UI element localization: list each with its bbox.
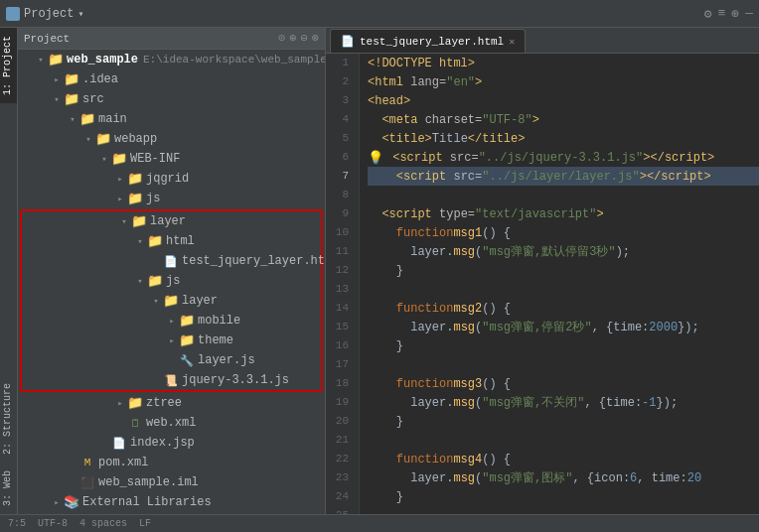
- folder-icon-theme: 📁: [179, 332, 195, 348]
- tree-header: Project ⊙ ⊕ ⊖ ⊗: [18, 28, 325, 50]
- settings-icon[interactable]: ⚙: [704, 6, 712, 22]
- arrow-js-top: [113, 194, 127, 204]
- iml-file-icon: ⬛: [79, 474, 95, 490]
- folder-icon-idea: 📁: [64, 71, 79, 87]
- lf-indicator: LF: [139, 518, 151, 529]
- svg-rect-1: [8, 15, 18, 17]
- tree-node-webapp[interactable]: 📁 webapp: [18, 129, 325, 149]
- folder-icon-web_sample: 📁: [48, 52, 64, 67]
- code-line-10: function msg1() {: [368, 223, 759, 242]
- title-actions: ⚙ ≡ ⊕ —: [704, 6, 753, 22]
- tree-node-js-top[interactable]: 📁 js: [18, 189, 325, 208]
- folder-icon-jqgrid: 📁: [127, 171, 143, 187]
- tree-node-layerjs[interactable]: 🔧 layer.js: [22, 350, 321, 370]
- folder-icon-layer-sub: 📁: [163, 293, 179, 309]
- tree-tool-3[interactable]: ⊖: [301, 31, 308, 46]
- label-webxml: web.xml: [146, 416, 196, 430]
- arrow-src: [50, 94, 64, 105]
- tree-node-ztree[interactable]: 📁 ztree: [18, 393, 325, 413]
- code-line-20: }: [368, 412, 759, 431]
- svg-rect-0: [8, 11, 12, 14]
- tree-tool-2[interactable]: ⊕: [289, 31, 296, 46]
- label-ztree: ztree: [146, 396, 182, 410]
- code-line-6: 💡 <script src="../js/jquery-3.3.1.js"></…: [368, 148, 759, 167]
- tree-header-label: Project: [24, 33, 70, 45]
- label-main: main: [98, 112, 127, 126]
- tree-node-jqgrid[interactable]: 📁 jqgrid: [18, 169, 325, 189]
- code-line-12: }: [368, 261, 759, 280]
- label-webapp: webapp: [114, 132, 157, 146]
- label-test-html: test_jquery_layer.html: [182, 254, 325, 268]
- tree-content: 📁 web_sample E:\idea-workspace\web_sampl…: [18, 50, 325, 514]
- editor-tab-bar: 📄 test_jquery_layer.html ✕: [326, 28, 759, 54]
- title-dropdown[interactable]: ▾: [77, 8, 83, 20]
- tree-node-web_sample[interactable]: 📁 web_sample E:\idea-workspace\web_sampl…: [18, 50, 325, 69]
- tree-node-indexjsp[interactable]: 📄 index.jsp: [18, 433, 325, 453]
- arrow-html-folder: [133, 236, 147, 247]
- title-bar: Project ▾ ⚙ ≡ ⊕ —: [0, 0, 759, 28]
- tree-node-jqueryjs[interactable]: 📜 jquery-3.3.1.js: [22, 370, 321, 390]
- code-editor: 📄 test_jquery_layer.html ✕ 1 2 3 4 5 6 7…: [326, 28, 759, 514]
- main-layout: 1: Project 2: Structure 3: Web Project ⊙…: [0, 28, 759, 514]
- code-line-3: <head>: [368, 91, 759, 110]
- tree-tool-4[interactable]: ⊗: [312, 31, 319, 46]
- label-theme: theme: [198, 333, 233, 347]
- hint-icon-6: 💡: [368, 150, 383, 166]
- folder-icon-extlibs: 📚: [64, 494, 79, 510]
- collapse-icon[interactable]: —: [745, 6, 753, 22]
- code-line-14: function msg2() {: [368, 299, 759, 318]
- editor-tab-active[interactable]: 📄 test_jquery_layer.html ✕: [330, 29, 526, 53]
- tree-node-html-folder[interactable]: 📁 html: [22, 231, 321, 251]
- expand-icon[interactable]: ⊕: [731, 6, 739, 22]
- line-numbers-gutter: 1 2 3 4 5 6 7 8 9 10 11 12 13 14 15 16 1: [326, 54, 360, 514]
- tree-node-js-folder[interactable]: 📁 js: [22, 271, 321, 291]
- tab-close-icon[interactable]: ✕: [509, 36, 515, 48]
- tree-node-main[interactable]: 📁 main: [18, 109, 325, 129]
- arrow-layer-main: [117, 216, 131, 227]
- arrow-webapp: [81, 134, 95, 145]
- arrow-main: [66, 114, 79, 125]
- menu-icon[interactable]: ≡: [718, 6, 726, 22]
- tree-node-pomxml[interactable]: M pom.xml: [18, 453, 325, 472]
- arrow-ztree: [113, 398, 127, 409]
- tree-node-layer-main[interactable]: 📁 layer: [22, 211, 321, 231]
- highlighted-group: 📁 layer 📁 html 📄 test_jquery_layer.html: [20, 209, 323, 392]
- pomxml-icon: M: [79, 455, 95, 470]
- tree-node-theme[interactable]: 📁 theme: [22, 331, 321, 350]
- code-content-area[interactable]: 1 2 3 4 5 6 7 8 9 10 11 12 13 14 15 16 1: [326, 54, 759, 514]
- folder-icon-main: 📁: [79, 111, 95, 127]
- tree-node-webinf[interactable]: 📁 WEB-INF: [18, 149, 325, 169]
- vtab-web[interactable]: 3: Web: [0, 463, 17, 514]
- code-line-7: <script src="../js/layer/layer.js"></scr…: [368, 167, 759, 186]
- code-line-25: [368, 506, 759, 514]
- label-jqgrid: jqgrid: [146, 172, 189, 186]
- arrow-web_sample: [34, 55, 48, 66]
- code-lines[interactable]: <!DOCTYPE html> <html lang = "en" > <hea…: [360, 54, 759, 514]
- tree-node-webxml[interactable]: 🗒 web.xml: [18, 413, 325, 433]
- label-js-top: js: [146, 192, 160, 205]
- code-line-21: [368, 431, 759, 450]
- tree-node-extlibs[interactable]: 📚 External Libraries: [18, 492, 325, 512]
- tree-tool-1[interactable]: ⊙: [278, 31, 285, 46]
- tree-node-test-html[interactable]: 📄 test_jquery_layer.html: [22, 251, 321, 271]
- label-layer-sub: layer: [182, 294, 218, 308]
- label-websampleiml: web_sample.iml: [98, 475, 199, 489]
- label-html-folder: html: [166, 234, 195, 248]
- tree-node-src[interactable]: 📁 src: [18, 89, 325, 109]
- label-js-folder: js: [166, 274, 180, 288]
- arrow-extlibs: [50, 497, 64, 508]
- label-idea: .idea: [82, 72, 118, 86]
- vtab-project[interactable]: 1: Project: [0, 28, 17, 103]
- code-line-23: layer.msg("msg弹窗,图标", {icon: 6, time: 20: [368, 468, 759, 487]
- vtab-structure[interactable]: 2: Structure: [0, 375, 17, 463]
- code-line-18: function msg3() {: [368, 374, 759, 393]
- code-line-17: [368, 355, 759, 374]
- label-pomxml: pom.xml: [98, 456, 148, 469]
- tab-label: test_jquery_layer.html: [360, 36, 504, 48]
- tree-node-websampleiml[interactable]: ⬛ web_sample.iml: [18, 472, 325, 492]
- code-line-22: function msg4() {: [368, 450, 759, 468]
- tree-node-idea[interactable]: 📁 .idea: [18, 69, 325, 89]
- tree-node-layer-sub[interactable]: 📁 layer: [22, 291, 321, 311]
- project-icon: [6, 7, 20, 21]
- tree-node-mobile[interactable]: 📁 mobile: [22, 311, 321, 331]
